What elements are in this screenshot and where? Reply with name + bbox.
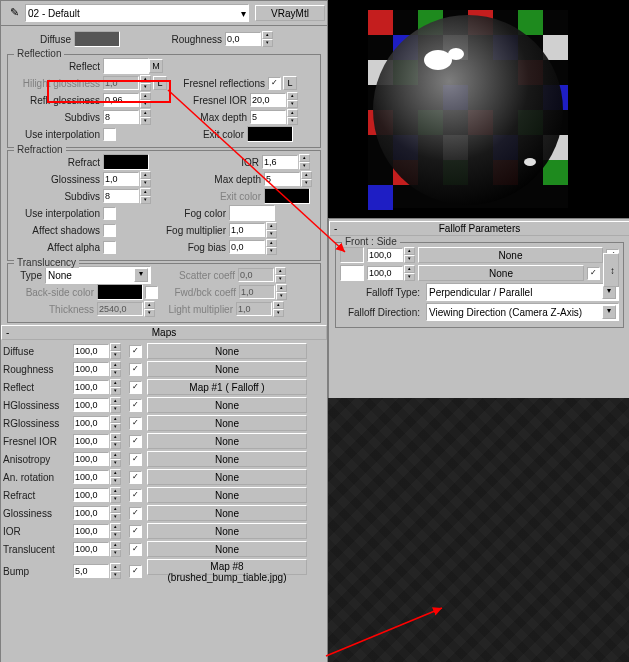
map-enable-checkbox[interactable]: ✓	[129, 345, 142, 358]
refl-exitcolor-swatch[interactable]	[247, 126, 293, 142]
map-amount-spinner[interactable]: ▴▾	[73, 541, 125, 557]
falloff-dir-combo[interactable]: Viewing Direction (Camera Z-Axis)▾	[426, 303, 619, 321]
fog-bias-label: Fog bias	[164, 242, 229, 253]
refr-maxdepth-spinner[interactable]: ▴▾	[264, 171, 312, 187]
falloff-type-combo[interactable]: Perpendicular / Parallel▾	[426, 283, 619, 301]
refr-subdivs-spinner[interactable]: ▴▾	[103, 188, 151, 204]
falloff-on2-checkbox[interactable]: ✓	[587, 267, 600, 280]
falloff-rollout-header[interactable]: -Falloff Parameters	[329, 221, 629, 236]
maps-table: Diffuse▴▾✓NoneRoughness▴▾✓NoneReflect▴▾✓…	[1, 342, 327, 584]
falloff-swap-button[interactable]: ↕	[603, 253, 619, 287]
map-amount-spinner[interactable]: ▴▾	[73, 379, 125, 395]
fresnel-checkbox[interactable]: ✓	[268, 77, 281, 90]
map-slot-button[interactable]: None	[147, 343, 307, 359]
fog-mult-label: Fog multiplier	[164, 225, 229, 236]
affect-shadows-checkbox[interactable]	[103, 224, 116, 237]
map-amount-spinner[interactable]: ▴▾	[73, 433, 125, 449]
falloff-amt1-spinner[interactable]: ▴▾	[367, 247, 415, 263]
affect-alpha-checkbox[interactable]	[103, 241, 116, 254]
map-amount-spinner[interactable]: ▴▾	[73, 361, 125, 377]
map-slot-button[interactable]: None	[147, 361, 307, 377]
roughness-spinner[interactable]: ▴▾	[225, 31, 273, 47]
fog-mult-spinner[interactable]: ▴▾	[229, 222, 277, 238]
map-slot-button[interactable]: None	[147, 397, 307, 413]
map-amount-spinner[interactable]: ▴▾	[73, 451, 125, 467]
map-enable-checkbox[interactable]: ✓	[129, 435, 142, 448]
map-enable-checkbox[interactable]: ✓	[129, 381, 142, 394]
hilight-gloss-label: Hilight glossiness	[12, 78, 103, 89]
map-amount-spinner[interactable]: ▴▾	[73, 563, 125, 579]
map-slot-button[interactable]: None	[147, 541, 307, 557]
hilight-lock-button[interactable]: L	[153, 76, 167, 90]
trans-type-combo[interactable]: None▾	[45, 266, 151, 284]
spin-up-icon[interactable]: ▴	[262, 31, 273, 39]
falloff-dir-label: Falloff Direction:	[340, 307, 423, 318]
map-enable-checkbox[interactable]: ✓	[129, 489, 142, 502]
refract-swatch[interactable]	[103, 154, 149, 170]
falloff-color1-swatch[interactable]	[340, 247, 364, 263]
refl-subdivs-spinner[interactable]: ▴▾	[103, 109, 151, 125]
fresnel-ior-spinner[interactable]: ▴▾	[250, 92, 298, 108]
map-enable-checkbox[interactable]: ✓	[129, 417, 142, 430]
ior-spinner[interactable]: ▴▾	[262, 154, 310, 170]
map-enable-checkbox[interactable]: ✓	[129, 525, 142, 538]
refraction-group: Refraction RefractIOR▴▾ Glossiness▴▾Max …	[7, 150, 321, 261]
refr-gloss-label: Glossiness	[12, 174, 103, 185]
map-slot-button[interactable]: None	[147, 469, 307, 485]
material-type-button[interactable]: VRayMtl	[255, 5, 325, 21]
roughness-input[interactable]	[225, 32, 261, 46]
map-amount-spinner[interactable]: ▴▾	[73, 523, 125, 539]
map-enable-checkbox[interactable]: ✓	[129, 471, 142, 484]
reflect-swatch[interactable]	[103, 58, 149, 74]
map-enable-checkbox[interactable]: ✓	[129, 453, 142, 466]
dropdown-arrow-icon: ▾	[241, 8, 246, 19]
svg-rect-15	[543, 160, 568, 185]
spin-down-icon[interactable]: ▾	[262, 39, 273, 47]
map-name-label: Bump	[3, 566, 32, 577]
map-amount-spinner[interactable]: ▴▾	[73, 505, 125, 521]
map-enable-checkbox[interactable]: ✓	[129, 363, 142, 376]
falloff-color2-swatch[interactable]	[340, 265, 364, 281]
map-enable-checkbox[interactable]: ✓	[129, 507, 142, 520]
map-amount-spinner[interactable]: ▴▾	[73, 397, 125, 413]
fresnel-lock-button[interactable]: L	[283, 76, 297, 90]
refr-gloss-spinner[interactable]: ▴▾	[103, 171, 151, 187]
fog-bias-spinner[interactable]: ▴▾	[229, 239, 277, 255]
map-slot-button[interactable]: None	[147, 451, 307, 467]
refl-interp-checkbox[interactable]	[103, 128, 116, 141]
falloff-amt2-spinner[interactable]: ▴▾	[367, 265, 415, 281]
affect-alpha-label: Affect alpha	[12, 242, 103, 253]
map-slot-button[interactable]: Map #1 ( Falloff )	[147, 379, 307, 395]
falloff-map1-button[interactable]: None	[418, 247, 603, 263]
material-selector[interactable]: 02 - Default ▾	[25, 4, 249, 22]
map-slot-button[interactable]: None	[147, 433, 307, 449]
map-amount-spinner[interactable]: ▴▾	[73, 343, 125, 359]
fog-color-swatch[interactable]	[229, 205, 275, 221]
map-amount-spinner[interactable]: ▴▾	[73, 415, 125, 431]
map-enable-checkbox[interactable]: ✓	[129, 399, 142, 412]
translucency-title: Translucency	[14, 257, 79, 268]
maps-rollout-header[interactable]: -Maps	[1, 325, 327, 340]
map-amount-spinner[interactable]: ▴▾	[73, 487, 125, 503]
map-name-label: HGlossiness	[3, 400, 62, 411]
refl-gloss-spinner[interactable]: ▴▾	[103, 92, 151, 108]
refr-interp-label: Use interpolation	[12, 208, 103, 219]
svg-point-30	[448, 48, 464, 60]
map-amount-spinner[interactable]: ▴▾	[73, 469, 125, 485]
svg-point-28	[373, 15, 563, 205]
diffuse-swatch[interactable]	[74, 31, 120, 47]
map-slot-button[interactable]: None	[147, 487, 307, 503]
svg-rect-24	[543, 35, 568, 60]
map-slot-button[interactable]: Map #8 (brushed_bump_tiable.jpg)	[147, 559, 307, 575]
maps-row-glossiness: Glossiness▴▾✓None	[1, 504, 327, 522]
falloff-map2-button[interactable]: None	[418, 265, 584, 281]
map-slot-button[interactable]: None	[147, 415, 307, 431]
reflect-map-button[interactable]: M	[149, 59, 163, 73]
refr-interp-checkbox[interactable]	[103, 207, 116, 220]
map-slot-button[interactable]: None	[147, 505, 307, 521]
eyedropper-icon[interactable]: ✎	[7, 6, 21, 20]
map-enable-checkbox[interactable]: ✓	[129, 543, 142, 556]
map-enable-checkbox[interactable]: ✓	[129, 565, 142, 578]
refl-maxdepth-spinner[interactable]: ▴▾	[250, 109, 298, 125]
map-slot-button[interactable]: None	[147, 523, 307, 539]
